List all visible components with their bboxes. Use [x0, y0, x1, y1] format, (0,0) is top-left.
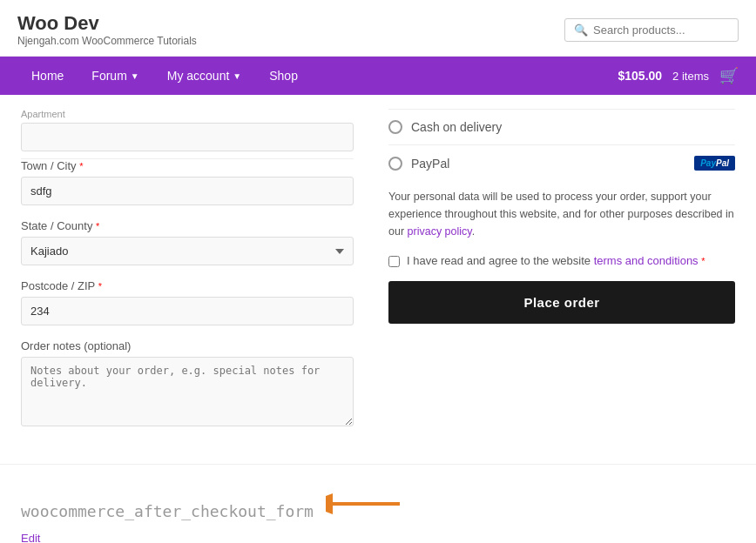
state-field-group: State / County * Kajiado Nairobi Mombasa: [21, 219, 354, 265]
place-order-button[interactable]: Place order: [388, 281, 735, 324]
privacy-policy-link[interactable]: privacy policy: [408, 225, 472, 238]
search-bar[interactable]: 🔍: [564, 18, 739, 42]
site-nav: Home Forum ▼ My account ▼ Shop $105.00 2…: [0, 57, 756, 95]
terms-checkbox[interactable]: [388, 256, 400, 267]
cart-price: $105.00: [618, 69, 662, 83]
payment-option-paypal[interactable]: PayPal PayPal: [388, 144, 735, 181]
postcode-field-group: Postcode / ZIP *: [21, 279, 354, 325]
main-content: Apartment Town / City * State / County *…: [0, 95, 756, 464]
site-tagline: Njengah.com WooCommerce Tutorials: [17, 35, 197, 47]
search-icon: 🔍: [574, 23, 588, 37]
state-label: State / County *: [21, 219, 354, 232]
nav-item-home[interactable]: Home: [17, 57, 78, 95]
apartment-label: Apartment: [21, 109, 354, 119]
postcode-required: *: [98, 281, 102, 292]
cart-icon: 🛒: [719, 66, 739, 85]
radio-paypal[interactable]: [388, 157, 402, 171]
nav-label-myaccount: My account: [167, 69, 230, 83]
order-review: Cash on delivery PayPal PayPal Your pers…: [375, 95, 756, 464]
state-required: *: [96, 221, 99, 231]
state-select[interactable]: Kajiado Nairobi Mombasa: [21, 237, 354, 265]
site-branding: Woo Dev Njengah.com WooCommerce Tutorial…: [17, 12, 197, 47]
town-input[interactable]: [21, 177, 354, 205]
town-field-group: Town / City *: [21, 159, 354, 205]
nav-label-forum: Forum: [91, 69, 126, 83]
cod-label: Cash on delivery: [411, 120, 502, 134]
postcode-input[interactable]: [21, 297, 354, 325]
cart-items-count: 2 items: [672, 70, 709, 83]
site-title: Woo Dev: [17, 12, 197, 35]
terms-link[interactable]: terms and conditions: [594, 254, 699, 267]
search-input[interactable]: [593, 23, 729, 37]
apartment-field-group: Apartment: [21, 109, 354, 159]
town-label: Town / City *: [21, 159, 354, 172]
paypal-label: PayPal: [411, 157, 449, 171]
privacy-text: Your personal data will be used to proce…: [388, 188, 735, 240]
site-header: Woo Dev Njengah.com WooCommerce Tutorial…: [0, 0, 756, 57]
nav-item-forum[interactable]: Forum ▼: [78, 57, 152, 95]
hook-name: woocommerce_after_checkout_form: [21, 502, 314, 520]
nav-item-myaccount[interactable]: My account ▼: [153, 57, 256, 95]
chevron-down-icon: ▼: [131, 71, 139, 81]
terms-text: I have read and agree to the website ter…: [407, 254, 705, 267]
postcode-label: Postcode / ZIP *: [21, 279, 354, 292]
nav-item-shop[interactable]: Shop: [255, 57, 312, 95]
edit-link[interactable]: Edit: [21, 532, 735, 543]
town-required: *: [79, 161, 83, 171]
terms-required: *: [701, 256, 705, 266]
paypal-badge: PayPal: [694, 156, 735, 171]
nav-left: Home Forum ▼ My account ▼ Shop: [17, 57, 312, 95]
chevron-down-icon: ▼: [233, 71, 241, 81]
nav-cart[interactable]: $105.00 2 items 🛒: [618, 66, 739, 85]
radio-cod[interactable]: [388, 120, 402, 134]
notes-label: Order notes (optional): [21, 339, 354, 352]
notes-field-group: Order notes (optional): [21, 339, 354, 429]
checkout-form: Apartment Town / City * State / County *…: [0, 95, 375, 464]
notes-textarea[interactable]: [21, 357, 354, 426]
hook-annotation: woocommerce_after_checkout_form: [21, 491, 735, 523]
payment-option-cod[interactable]: Cash on delivery: [388, 109, 735, 144]
nav-label-shop: Shop: [269, 69, 298, 83]
hook-section: woocommerce_after_checkout_form Edit: [0, 464, 756, 543]
apartment-input[interactable]: [21, 123, 354, 151]
terms-row: I have read and agree to the website ter…: [388, 254, 735, 267]
arrow-icon: [326, 491, 404, 523]
nav-label-home: Home: [31, 69, 64, 83]
